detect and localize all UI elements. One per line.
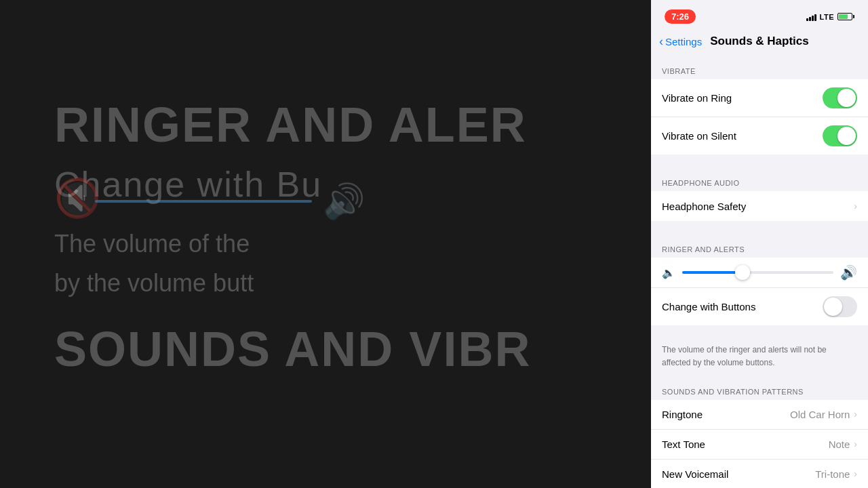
info-text: The volume of the ringer and alerts will… bbox=[662, 345, 827, 367]
headphone-group: Headphone Safety › bbox=[651, 191, 868, 221]
vibrate-on-silent-label: Vibrate on Silent bbox=[662, 130, 736, 142]
bg-volume-high-icon: 🔊 bbox=[323, 182, 365, 221]
text-tone-label: Text Tone bbox=[662, 439, 705, 450]
headphone-safety-row[interactable]: Headphone Safety › bbox=[651, 191, 868, 221]
phone-panel: 7:26 LTE ‹ Settings Sounds & Haptics bbox=[651, 0, 868, 488]
signal-bar-3 bbox=[812, 16, 814, 21]
ringtone-chevron-icon: › bbox=[854, 409, 857, 420]
vibrate-on-ring-knob bbox=[837, 89, 856, 107]
ringtone-row[interactable]: Ringtone Old Car Horn › bbox=[651, 400, 868, 430]
change-with-buttons-row[interactable]: Change with Buttons bbox=[651, 288, 868, 325]
new-voicemail-row[interactable]: New Voicemail Tri-tone › bbox=[651, 460, 868, 488]
status-icons: LTE bbox=[806, 13, 854, 21]
headphone-section: HEADPHONE AUDIO Headphone Safety › bbox=[651, 168, 868, 221]
bg-slider-line bbox=[95, 200, 312, 203]
ringer-alerts-group: 🔈 🔊 Change with Buttons bbox=[651, 258, 868, 325]
volume-high-icon: 🔊 bbox=[840, 264, 857, 281]
ringer-alerts-header: RINGER AND ALERTS bbox=[651, 235, 868, 258]
signal-bar-4 bbox=[814, 14, 816, 21]
headphone-safety-chevron-icon: › bbox=[854, 201, 857, 211]
new-voicemail-chevron-icon: › bbox=[854, 468, 857, 479]
sounds-patterns-group: Ringtone Old Car Horn › Text Tone Note ›… bbox=[651, 400, 868, 488]
signal-bar-2 bbox=[809, 17, 811, 21]
vibrate-group: Vibrate on Ring Vibrate on Silent bbox=[651, 79, 868, 155]
new-voicemail-label: New Voicemail bbox=[662, 468, 728, 480]
change-with-buttons-toggle[interactable] bbox=[823, 296, 857, 317]
headphone-safety-label: Headphone Safety bbox=[662, 201, 746, 212]
battery-body bbox=[837, 13, 852, 20]
ringtone-right: Old Car Horn › bbox=[790, 409, 857, 420]
battery-icon bbox=[837, 13, 854, 20]
volume-slider-fill bbox=[682, 271, 743, 274]
new-voicemail-value: Tri-tone bbox=[815, 468, 850, 480]
new-voicemail-right: Tri-tone › bbox=[815, 468, 857, 480]
bg-line-1: RINGER AND ALER bbox=[54, 98, 531, 152]
text-tone-value: Note bbox=[829, 439, 850, 450]
nav-bar: ‹ Settings Sounds & Haptics bbox=[651, 29, 868, 56]
ringtone-label: Ringtone bbox=[662, 409, 703, 420]
headphone-section-header: HEADPHONE AUDIO bbox=[651, 168, 868, 191]
vibrate-section-header: VIBRATE bbox=[651, 56, 868, 79]
signal-bars bbox=[806, 13, 816, 21]
vibrate-on-ring-toggle[interactable] bbox=[823, 87, 857, 108]
background-text: RINGER AND ALER Change with Bu The volum… bbox=[54, 98, 531, 390]
battery-fill bbox=[839, 14, 848, 19]
bg-volume-low-icon: 🔇 bbox=[54, 176, 101, 220]
ringtone-value: Old Car Horn bbox=[790, 409, 850, 420]
bg-line-3b: by the volume butt bbox=[54, 264, 366, 303]
text-tone-chevron-icon: › bbox=[854, 439, 857, 449]
change-with-buttons-knob bbox=[824, 298, 842, 316]
vibrate-on-silent-toggle[interactable] bbox=[823, 125, 857, 146]
bg-line-3a: The volume of the bbox=[54, 224, 366, 264]
ringer-alerts-section: RINGER AND ALERTS 🔈 🔊 Change with Button… bbox=[651, 235, 868, 377]
signal-bar-1 bbox=[806, 18, 808, 21]
vibrate-section: VIBRATE Vibrate on Ring Vibrate on Silen… bbox=[651, 56, 868, 155]
page-title: Sounds & Haptics bbox=[710, 35, 808, 48]
status-bar: 7:26 LTE bbox=[651, 0, 868, 29]
volume-slider-thumb[interactable] bbox=[735, 265, 750, 280]
vibrate-on-silent-row[interactable]: Vibrate on Silent bbox=[651, 117, 868, 155]
lte-label: LTE bbox=[820, 13, 834, 21]
back-chevron-icon: ‹ bbox=[659, 35, 663, 47]
back-button[interactable]: ‹ Settings bbox=[659, 35, 702, 47]
vibrate-on-ring-label: Vibrate on Ring bbox=[662, 92, 732, 104]
vibrate-on-ring-row[interactable]: Vibrate on Ring bbox=[651, 79, 868, 117]
volume-slider-container: 🔈 🔊 bbox=[662, 264, 857, 281]
text-tone-row[interactable]: Text Tone Note › bbox=[651, 430, 868, 460]
back-label: Settings bbox=[665, 36, 702, 47]
settings-content[interactable]: VIBRATE Vibrate on Ring Vibrate on Silen… bbox=[651, 56, 868, 488]
sounds-patterns-section: SOUNDS AND VIBRATION PATTERNS Ringtone O… bbox=[651, 377, 868, 488]
volume-slider-track[interactable] bbox=[682, 271, 833, 274]
headphone-safety-right: › bbox=[854, 201, 857, 211]
volume-low-icon: 🔈 bbox=[662, 266, 675, 279]
text-tone-right: Note › bbox=[829, 439, 857, 450]
status-time: 7:26 bbox=[665, 9, 696, 24]
battery-tip bbox=[853, 15, 854, 18]
vibrate-on-silent-knob bbox=[837, 127, 856, 145]
sounds-patterns-header: SOUNDS AND VIBRATION PATTERNS bbox=[651, 377, 868, 400]
volume-row: 🔈 🔊 bbox=[651, 258, 868, 288]
change-with-buttons-label: Change with Buttons bbox=[662, 301, 755, 312]
info-text-row: The volume of the ringer and alerts will… bbox=[651, 339, 868, 377]
bg-slider-area: 🔊 bbox=[95, 182, 365, 221]
bg-line-4: SOUNDS AND VIBR bbox=[54, 323, 531, 376]
